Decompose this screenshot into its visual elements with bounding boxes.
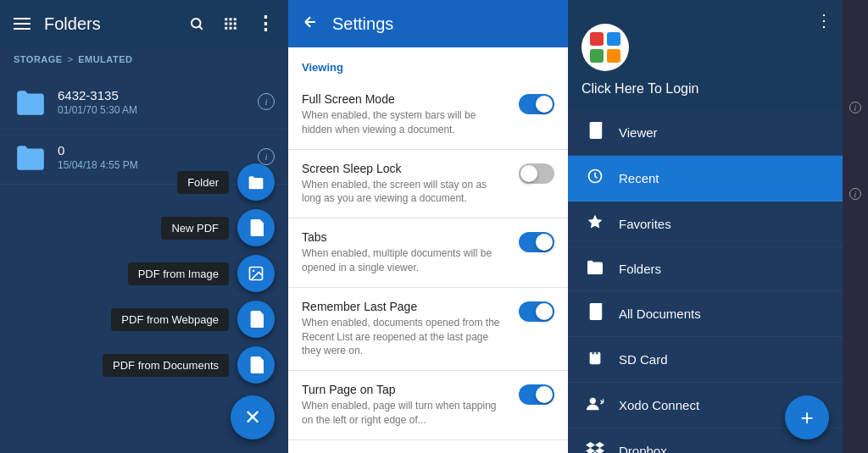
- breadcrumb: STORAGE > EMULATED: [0, 47, 288, 71]
- settings-item-fullscreen: Full Screen Mode When enabled, the syste…: [288, 80, 568, 150]
- settings-panel: Settings Viewing Full Screen Mode When e…: [288, 0, 568, 453]
- settings-item-text: Screen Sleep Lock When enabled, the scre…: [302, 162, 509, 207]
- fab-item-pdf-webpage: PDF from Webpage: [111, 301, 275, 338]
- nav-item-folders[interactable]: Folders: [568, 247, 843, 291]
- toggle-thumb: [520, 165, 537, 182]
- toggle-thumb: [536, 386, 553, 403]
- nav-more-icon[interactable]: ⋮: [815, 10, 832, 30]
- settings-item-text: Tabs When enabled, multiple documents wi…: [302, 230, 509, 275]
- breadcrumb-storage[interactable]: STORAGE: [14, 54, 63, 64]
- nav-item-all-documents[interactable]: All Documents: [568, 291, 843, 337]
- nav-item-viewer[interactable]: Viewer: [568, 110, 843, 156]
- favorites-icon: [585, 213, 605, 235]
- fab-button-pdf-webpage[interactable]: [237, 301, 275, 338]
- toggle-thumb: [536, 234, 553, 251]
- edge-info-icon[interactable]: i: [849, 102, 861, 113]
- turn-page-toggle[interactable]: [519, 384, 554, 405]
- viewer-icon: [585, 122, 605, 143]
- nav-label-viewer: Viewer: [619, 125, 658, 140]
- back-arrow-icon[interactable]: [302, 14, 319, 35]
- more-options-icon[interactable]: ⋮: [254, 14, 275, 34]
- svg-rect-9: [230, 27, 232, 30]
- fab-label-pdf-documents: PDF from Documents: [103, 354, 229, 377]
- svg-rect-6: [230, 23, 232, 25]
- nav-item-recent[interactable]: Recent: [568, 156, 843, 202]
- settings-item-desc: When enabled, page will turn when tappin…: [302, 399, 509, 428]
- nav-item-sd-card[interactable]: SD Card: [568, 337, 843, 383]
- settings-item-last-page: Remember Last Page When enabled, documen…: [288, 288, 568, 371]
- nav-label-recent: Recent: [619, 171, 659, 185]
- fab-button-folder[interactable]: [237, 163, 275, 201]
- settings-title: Settings: [332, 14, 393, 34]
- nav-header: Click Here To Login ⋮: [568, 0, 843, 110]
- settings-section-viewing: Viewing: [288, 47, 568, 80]
- settings-item-title: Remember Last Page: [302, 300, 509, 313]
- header-icons: ⋮: [186, 14, 275, 34]
- settings-item-text: Full Screen Mode When enabled, the syste…: [302, 92, 509, 137]
- fab-button-pdf-image[interactable]: [237, 255, 275, 292]
- fab-button-new-pdf[interactable]: [237, 209, 275, 246]
- hamburger-menu-icon[interactable]: [14, 18, 31, 30]
- settings-item-title: Screen Sleep Lock: [302, 162, 509, 175]
- settings-item-turn-page: Turn Page on Tap When enabled, page will…: [288, 371, 568, 440]
- folders-nav-icon: [585, 259, 605, 279]
- login-text[interactable]: Click Here To Login: [581, 81, 698, 97]
- settings-item-desc: When enabled, documents opened from the …: [302, 316, 509, 358]
- fab-button-pdf-documents[interactable]: [237, 346, 275, 384]
- breadcrumb-separator: >: [68, 54, 73, 64]
- nav-drawer-panel: Click Here To Login ⋮ Viewer Recent: [568, 0, 843, 453]
- last-page-toggle[interactable]: [519, 301, 554, 322]
- fab-item-pdf-image: PDF from Image: [128, 255, 275, 292]
- fullscreen-toggle[interactable]: [519, 94, 554, 114]
- svg-rect-20: [596, 351, 598, 355]
- edge-item: i: [846, 91, 865, 124]
- folder-name: 0: [58, 143, 248, 157]
- settings-item-title: Turn Page on Tap: [302, 383, 509, 396]
- toggle-thumb: [536, 303, 553, 320]
- folder-info: 6432-3135 01/01/70 5:30 AM: [58, 88, 248, 116]
- nav-label-sd-card: SD Card: [619, 352, 668, 367]
- svg-rect-3: [230, 18, 232, 20]
- svg-rect-15: [590, 49, 604, 63]
- sleep-lock-toggle[interactable]: [519, 163, 554, 184]
- svg-rect-19: [592, 351, 594, 355]
- svg-rect-18: [590, 352, 601, 365]
- nav-label-xodo-connect: Xodo Connect: [619, 398, 699, 412]
- folder-name: 6432-3135: [58, 88, 248, 102]
- settings-item-tabs: Tabs When enabled, multiple documents wi…: [288, 218, 568, 288]
- folders-panel: Folders ⋮ STORAGE > EMULATED: [0, 0, 288, 453]
- folder-date: 01/01/70 5:30 AM: [58, 104, 248, 116]
- dropbox-icon: [585, 440, 605, 453]
- folders-title: Folders: [44, 14, 173, 34]
- folder-info-icon[interactable]: i: [258, 93, 275, 110]
- folders-header: Folders ⋮: [0, 0, 288, 47]
- fab-close-button[interactable]: ✕: [231, 395, 275, 439]
- tabs-toggle[interactable]: [519, 232, 554, 252]
- edge-item: i: [846, 178, 865, 210]
- search-icon[interactable]: [186, 14, 207, 34]
- svg-point-0: [192, 19, 201, 28]
- svg-rect-10: [234, 27, 236, 30]
- svg-point-12: [253, 270, 255, 273]
- folder-info-icon[interactable]: i: [258, 148, 275, 165]
- svg-rect-4: [234, 18, 236, 20]
- folder-item[interactable]: 6432-3135 01/01/70 5:30 AM i: [0, 75, 288, 130]
- fab-label-new-pdf: New PDF: [161, 217, 229, 240]
- breadcrumb-emulated[interactable]: EMULATED: [78, 54, 132, 64]
- recent-icon: [585, 168, 605, 189]
- folder-icon: [14, 85, 47, 119]
- nav-fab-button[interactable]: +: [785, 395, 829, 439]
- nav-item-favorites[interactable]: Favorites: [568, 202, 843, 247]
- edge-info-icon[interactable]: i: [849, 188, 861, 200]
- settings-header: Settings: [288, 0, 568, 47]
- grid-view-icon[interactable]: [220, 14, 241, 34]
- settings-item-text: Turn Page on Tap When enabled, page will…: [302, 383, 509, 428]
- nav-label-all-documents: All Documents: [619, 307, 701, 321]
- toggle-thumb: [536, 96, 553, 113]
- settings-item-desc: When enabled, multiple documents will be…: [302, 246, 509, 275]
- settings-item-title: Full Screen Mode: [302, 92, 509, 106]
- svg-rect-8: [225, 27, 227, 30]
- nav-label-folders: Folders: [619, 262, 661, 276]
- svg-rect-7: [234, 23, 236, 25]
- fab-label-folder: Folder: [177, 171, 229, 194]
